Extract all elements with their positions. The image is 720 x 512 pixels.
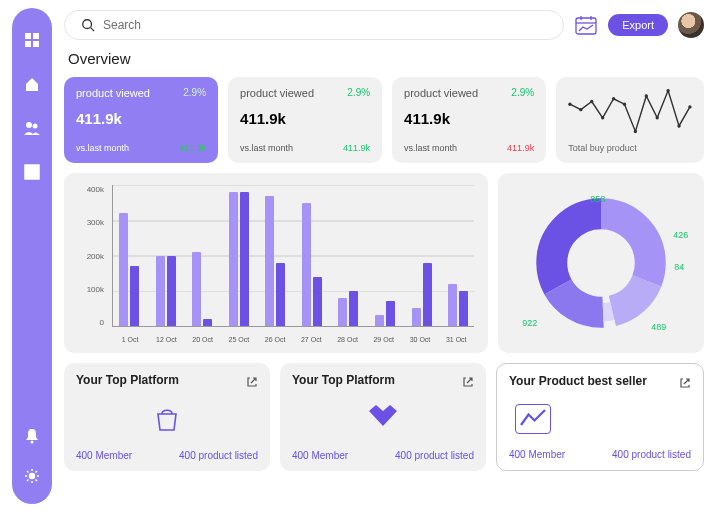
search-input[interactable]: Search xyxy=(64,10,564,40)
bar-chart-card: 400k300k200k100k0 1 Oct12 Oct20 Oct25 Oc… xyxy=(64,173,488,353)
topbar: Search Export xyxy=(64,10,704,40)
y-axis: 400k300k200k100k0 xyxy=(72,185,108,327)
trend-box-icon xyxy=(515,404,551,434)
grid-icon[interactable] xyxy=(24,32,40,52)
bell-icon[interactable] xyxy=(24,428,40,448)
stats-row: product viewed2.9% 411.9k vs.last month4… xyxy=(64,77,704,163)
bag-icon xyxy=(152,404,182,434)
sparkline-card: Total buy product xyxy=(556,77,704,163)
donut-chart xyxy=(536,198,666,328)
svg-point-8 xyxy=(30,474,35,479)
svg-line-10 xyxy=(91,28,95,32)
svg-rect-1 xyxy=(33,33,39,39)
svg-point-16 xyxy=(579,108,582,111)
platform-card: Your Top Platform 400 Member 400 product… xyxy=(64,363,270,471)
svg-point-9 xyxy=(83,20,92,29)
svg-point-17 xyxy=(590,100,593,103)
svg-point-18 xyxy=(601,116,604,119)
svg-point-33 xyxy=(573,235,629,291)
search-placeholder: Search xyxy=(103,18,141,32)
svg-point-5 xyxy=(33,124,38,129)
svg-rect-3 xyxy=(33,41,39,47)
stat-card: product viewed2.9% 411.9k vs.last month4… xyxy=(392,77,546,163)
users-icon[interactable] xyxy=(24,120,40,140)
svg-point-25 xyxy=(677,124,680,127)
svg-point-7 xyxy=(31,441,34,444)
heart-icon xyxy=(368,404,398,434)
platform-card: Your Top Platform 400 Member 400 product… xyxy=(280,363,486,471)
chart-icon[interactable] xyxy=(24,164,40,184)
svg-point-26 xyxy=(688,105,691,108)
sidebar xyxy=(12,8,52,504)
external-link-icon[interactable] xyxy=(679,375,691,387)
stat-card: product viewed2.9% 411.9k vs.last month4… xyxy=(228,77,382,163)
external-link-icon[interactable] xyxy=(462,374,474,386)
calendar-analytics-icon[interactable] xyxy=(574,14,598,36)
stat-card: product viewed2.9% 411.9k vs.last month4… xyxy=(64,77,218,163)
svg-point-19 xyxy=(612,97,615,100)
svg-point-21 xyxy=(634,130,637,133)
x-axis: 1 Oct12 Oct20 Oct25 Oct26 Oct27 Oct28 Oc… xyxy=(112,336,474,343)
external-link-icon[interactable] xyxy=(246,374,258,386)
svg-point-4 xyxy=(26,122,32,128)
svg-point-23 xyxy=(656,116,659,119)
svg-point-20 xyxy=(623,103,626,106)
home-icon[interactable] xyxy=(24,76,40,96)
avatar[interactable] xyxy=(678,12,704,38)
svg-point-15 xyxy=(568,103,571,106)
sparkline-icon xyxy=(568,87,692,135)
pie-chart-card: 858 426 84 489 922 xyxy=(498,173,704,353)
svg-rect-0 xyxy=(25,33,31,39)
bar-plot xyxy=(112,185,474,327)
best-seller-card: Your Product best seller 400 Member 400 … xyxy=(496,363,704,471)
export-button[interactable]: Export xyxy=(608,14,668,36)
svg-point-22 xyxy=(645,94,648,97)
gear-icon[interactable] xyxy=(24,468,40,488)
svg-point-24 xyxy=(667,89,670,92)
page-title: Overview xyxy=(64,50,704,67)
svg-rect-2 xyxy=(25,41,31,47)
svg-rect-11 xyxy=(576,18,596,34)
